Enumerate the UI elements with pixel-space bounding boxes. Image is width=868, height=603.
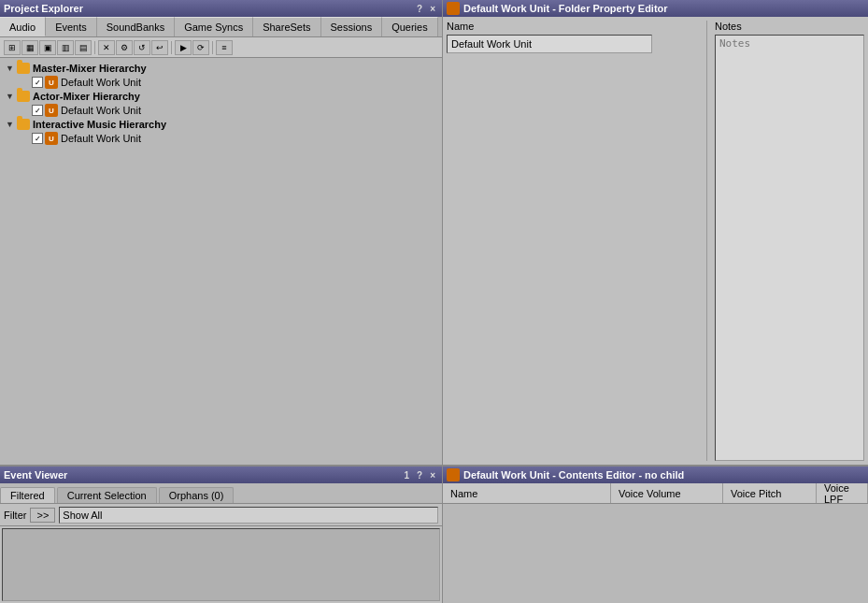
ce-title: Default Work Unit - Contents Editor - no… [463,469,684,481]
toolbar-btn-10[interactable]: ▶ [175,40,192,55]
expand-arrow-master-mixer: ▼ [6,64,17,73]
folder-icon-master-mixer [17,63,30,74]
ev-content [2,528,440,601]
tab-soundbanks[interactable]: SoundBanks [97,17,175,36]
ce-title-bar: Default Work Unit - Contents Editor - no… [443,467,868,483]
ev-close-button[interactable]: × [427,470,438,481]
tab-sharesets[interactable]: ShareSets [253,17,320,36]
property-editor-icon [447,2,460,15]
name-label: Name [447,21,699,32]
property-editor-title-bar: Default Work Unit - Folder Property Edit… [443,0,868,17]
project-explorer-panel: Project Explorer ? × Audio Events SoundB… [0,0,443,465]
bottom-row: Event Viewer 1 ? × Filtered Current Sele… [0,465,868,603]
property-content: Name Notes [443,17,868,465]
close-button[interactable]: × [427,4,438,14]
ce-col-name: Name [443,483,611,503]
ev-tab-current-selection[interactable]: Current Selection [57,487,157,503]
checkbox-im-dwu[interactable]: ✓ [32,133,43,144]
notes-label: Notes [715,21,864,32]
ce-columns: Name Voice Volume Voice Pitch Voice LPF [443,483,868,504]
property-editor-title: Default Work Unit - Folder Property Edit… [463,3,668,14]
contents-editor-panel: Default Work Unit - Contents Editor - no… [443,467,868,603]
work-unit-icon-am-dwu: U [45,104,58,117]
toolbar-btn-1[interactable]: ⊞ [4,40,21,55]
tab-events[interactable]: Events [46,17,97,36]
folder-icon-interactive-music [17,119,30,130]
toolbar-btn-8[interactable]: ↺ [134,40,150,55]
project-explorer-title-bar: Project Explorer ? × [0,0,442,17]
ev-tab-orphans[interactable]: Orphans (0) [159,487,235,503]
actor-mixer-dwu-label: Default Work Unit [61,105,141,116]
tab-bar: Audio Events SoundBanks Game Syncs Share… [0,17,442,37]
tab-audio[interactable]: Audio [0,17,46,36]
toolbar-btn-12[interactable]: ≡ [216,40,233,55]
name-input[interactable] [447,35,652,53]
ce-icon [447,468,460,481]
toolbar-btn-2[interactable]: ▦ [21,40,38,55]
prop-notes-area: Notes [715,21,864,461]
ev-tab-bar: Filtered Current Selection Orphans (0) [0,483,442,504]
prop-divider [706,21,707,461]
ev-title-controls: 1 ? × [401,470,438,481]
main-container: Project Explorer ? × Audio Events SoundB… [0,0,868,603]
tree-item-interactive-music-dwu[interactable]: ✓ U Default Work Unit [2,131,440,146]
prop-name-area: Name [447,21,699,461]
toolbar-btn-7[interactable]: ⚙ [116,40,133,55]
tab-game-syncs[interactable]: Game Syncs [175,17,253,36]
ce-title-left: Default Work Unit - Contents Editor - no… [447,468,684,481]
ce-content [443,504,868,603]
pe-title-left: Default Work Unit - Folder Property Edit… [447,2,668,15]
folder-icon-actor-mixer [17,91,30,102]
project-explorer-toolbar: ⊞ ▦ ▣ ▥ ▤ ✕ ⚙ ↺ ↩ ▶ ⟳ ≡ [0,37,442,58]
toolbar-btn-9[interactable]: ↩ [151,40,168,55]
property-editor-panel: Default Work Unit - Folder Property Edit… [443,0,868,465]
interactive-music-label: Interactive Music Hierarchy [33,119,166,130]
event-viewer-panel: Event Viewer 1 ? × Filtered Current Sele… [0,467,443,603]
tree-item-actor-mixer[interactable]: ▼ Actor-Mixer Hierarchy [2,90,440,103]
ev-title-left: Event Viewer [4,469,67,481]
toolbar-btn-5[interactable]: ▤ [75,40,92,55]
toolbar-btn-3[interactable]: ▣ [39,40,56,55]
title-controls: ? × [414,4,438,14]
work-unit-icon-mm-dwu: U [45,76,58,89]
toolbar-sep-2 [171,41,172,54]
toolbar-btn-6[interactable]: ✕ [98,40,115,55]
ce-col-voice-pitch: Voice Pitch [723,483,817,503]
tree-item-master-mixer-dwu[interactable]: ✓ U Default Work Unit [2,75,440,90]
ev-help-button[interactable]: ? [414,470,425,481]
event-viewer-title-bar: Event Viewer 1 ? × [0,467,442,483]
master-mixer-label: Master-Mixer Hierarchy [33,63,147,74]
toolbar-sep-3 [212,41,213,54]
filter-label: Filter [4,510,26,521]
ev-tab-filtered[interactable]: Filtered [0,487,55,503]
toolbar-sep-1 [94,41,95,54]
notes-input[interactable] [715,35,864,461]
tab-sessions[interactable]: Sessions [321,17,383,36]
project-explorer-title: Project Explorer [4,3,83,14]
checkbox-mm-dwu[interactable]: ✓ [32,77,43,88]
filter-expand-button[interactable]: >> [30,508,55,523]
tab-queries[interactable]: Queries [382,17,438,36]
expand-arrow-interactive-music: ▼ [6,120,17,129]
work-unit-icon-im-dwu: U [45,132,58,145]
master-mixer-dwu-label: Default Work Unit [61,77,141,88]
toolbar-btn-4[interactable]: ▥ [57,40,74,55]
tree-item-master-mixer[interactable]: ▼ Master-Mixer Hierarchy [2,62,440,75]
event-viewer-title: Event Viewer [4,469,67,481]
tree-item-actor-mixer-dwu[interactable]: ✓ U Default Work Unit [2,103,440,118]
ev-1-button[interactable]: 1 [401,470,412,481]
filter-input[interactable] [59,507,438,524]
interactive-music-dwu-label: Default Work Unit [61,133,141,144]
top-row: Project Explorer ? × Audio Events SoundB… [0,0,868,465]
checkbox-am-dwu[interactable]: ✓ [32,105,43,116]
ce-col-voice-volume: Voice Volume [611,483,723,503]
title-left: Project Explorer [4,3,83,14]
help-button[interactable]: ? [414,4,425,14]
actor-mixer-label: Actor-Mixer Hierarchy [33,91,140,102]
tree-area: ▼ Master-Mixer Hierarchy ✓ U Default Wor… [0,58,442,465]
ev-filter-bar: Filter >> [0,504,442,526]
ce-col-voice-lpf: Voice LPF [817,483,868,503]
expand-arrow-actor-mixer: ▼ [6,92,17,101]
tree-item-interactive-music[interactable]: ▼ Interactive Music Hierarchy [2,118,440,131]
toolbar-btn-11[interactable]: ⟳ [192,40,209,55]
